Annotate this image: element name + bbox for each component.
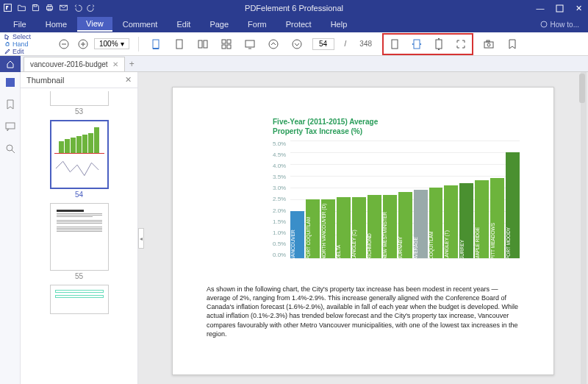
panel-collapse-grip[interactable]: ◂ (138, 228, 144, 249)
fit-width-icon[interactable] (409, 36, 425, 52)
two-page-icon[interactable] (195, 36, 211, 52)
svg-rect-32 (6, 78, 15, 87)
thumbnail-item[interactable]: 54 (50, 120, 109, 199)
search-icon[interactable] (4, 143, 16, 154)
svg-point-25 (293, 40, 301, 49)
svg-rect-0 (4, 4, 12, 11)
svg-rect-31 (487, 40, 490, 42)
svg-point-24 (269, 40, 278, 49)
svg-rect-21 (227, 45, 231, 49)
svg-point-7 (541, 21, 547, 27)
chart-title-line2: Property Tax Increase (%) (273, 127, 520, 136)
tab-edit[interactable]: Edit (168, 18, 199, 31)
close-tab-icon[interactable]: ✕ (112, 60, 118, 68)
hand-tool[interactable]: Hand (4, 40, 49, 48)
svg-rect-1 (34, 4, 37, 6)
snapshot-icon[interactable] (481, 36, 497, 52)
svg-rect-22 (245, 40, 254, 47)
document-tabstrip: vancouver-2016-budget ✕ + (0, 56, 588, 72)
lightbulb-icon (540, 21, 548, 28)
svg-point-30 (487, 43, 490, 46)
menu-bar: File Home View Comment Edit Page Form Pr… (0, 16, 588, 32)
svg-rect-26 (392, 40, 398, 49)
tab-help[interactable]: Help (322, 18, 356, 31)
next-page-button[interactable] (289, 36, 305, 52)
svg-rect-13 (153, 40, 159, 49)
view-toolbar: Select Hand Edit 100%▾ / 348 (0, 32, 588, 56)
thumbnail-item[interactable] (50, 285, 109, 314)
tab-form[interactable]: Form (239, 18, 276, 31)
page-body-text: As shown in the following chart, the Cit… (207, 285, 520, 338)
redo-icon[interactable] (87, 3, 96, 14)
highlighted-toolbar-group (382, 33, 473, 55)
save-icon[interactable] (31, 3, 40, 14)
tab-home[interactable]: Home (37, 18, 76, 31)
bookmarks-sidebar-icon[interactable] (4, 99, 16, 110)
fit-page-icon[interactable] (453, 36, 469, 52)
how-to-link[interactable]: How to... (540, 21, 579, 29)
bar-chart: 5.0%4.5%4.0%3.5%3.0%2.5%2.0%1.5%1.0%0.5%… (273, 141, 520, 277)
scrollbar-track[interactable] (581, 72, 587, 384)
document-viewport[interactable]: ◂ Five-Year (2011-2015) Average Property… (138, 72, 588, 384)
mail-icon[interactable] (59, 3, 68, 14)
app-title: PDFelement 6 Professional (245, 4, 343, 13)
svg-rect-17 (204, 40, 207, 48)
svg-rect-27 (414, 40, 420, 49)
scrollbar-thumb[interactable] (579, 74, 585, 103)
fullscreen-icon[interactable] (242, 36, 258, 52)
fit-height-icon[interactable] (431, 36, 447, 52)
page-separator: / (345, 40, 347, 48)
actual-size-icon[interactable] (387, 36, 403, 52)
document-tab-label: vancouver-2016-budget (30, 60, 108, 68)
svg-rect-29 (484, 42, 493, 48)
svg-rect-6 (556, 5, 563, 12)
maximize-button[interactable] (550, 0, 569, 16)
annotations-icon[interactable] (4, 121, 16, 132)
print-icon[interactable] (45, 3, 54, 14)
tab-protect[interactable]: Protect (277, 18, 320, 31)
svg-rect-18 (222, 40, 226, 43)
prev-page-button[interactable] (265, 36, 282, 52)
svg-rect-19 (227, 40, 231, 43)
page-number-input[interactable] (312, 38, 334, 50)
chart-title-line1: Five-Year (2011-2015) Average (273, 117, 520, 127)
tab-file[interactable]: File (4, 18, 35, 31)
thumbnail-item[interactable]: 53 (50, 91, 109, 115)
tab-view[interactable]: View (77, 17, 112, 32)
thumbnail-panel-title: Thumbnail (26, 76, 64, 85)
title-bar: PDFelement 6 Professional — ✕ (0, 0, 588, 16)
bookmark-icon[interactable] (504, 36, 520, 52)
undo-icon[interactable] (73, 3, 82, 14)
select-tool[interactable]: Select (4, 33, 49, 40)
edit-tool[interactable]: Edit (4, 48, 49, 55)
how-to-label: How to... (551, 21, 579, 29)
document-tab[interactable]: vancouver-2016-budget ✕ (24, 57, 125, 71)
close-panel-icon[interactable]: ✕ (125, 75, 132, 85)
home-tab-button[interactable] (0, 56, 21, 72)
sidebar-icon-rail (0, 72, 21, 384)
new-tab-button[interactable]: + (129, 59, 135, 69)
minimize-button[interactable]: — (531, 0, 550, 16)
tab-page[interactable]: Page (201, 18, 237, 31)
thumbnail-item[interactable]: 55 (50, 203, 109, 280)
two-page-scroll-icon[interactable] (218, 36, 234, 52)
zoom-dropdown[interactable]: 100%▾ (94, 38, 129, 49)
page-total: 348 (359, 40, 372, 48)
svg-rect-28 (436, 40, 442, 49)
svg-rect-33 (6, 123, 15, 129)
thumbnails-icon[interactable] (4, 77, 16, 88)
pdf-page: Five-Year (2011-2015) Average Property T… (172, 87, 554, 375)
close-button[interactable]: ✕ (569, 0, 588, 16)
single-page-icon[interactable] (148, 36, 164, 52)
tab-comment[interactable]: Comment (114, 18, 167, 31)
continuous-page-icon[interactable] (171, 36, 187, 52)
svg-point-34 (7, 145, 12, 151)
svg-rect-16 (198, 40, 202, 48)
zoom-in-button[interactable] (75, 36, 91, 52)
svg-rect-15 (176, 40, 182, 49)
thumbnail-panel: Thumbnail ✕ 53 54 (21, 72, 138, 384)
app-logo-icon (3, 3, 12, 14)
open-icon[interactable] (17, 3, 26, 14)
svg-rect-20 (222, 45, 226, 49)
zoom-out-button[interactable] (56, 36, 72, 52)
